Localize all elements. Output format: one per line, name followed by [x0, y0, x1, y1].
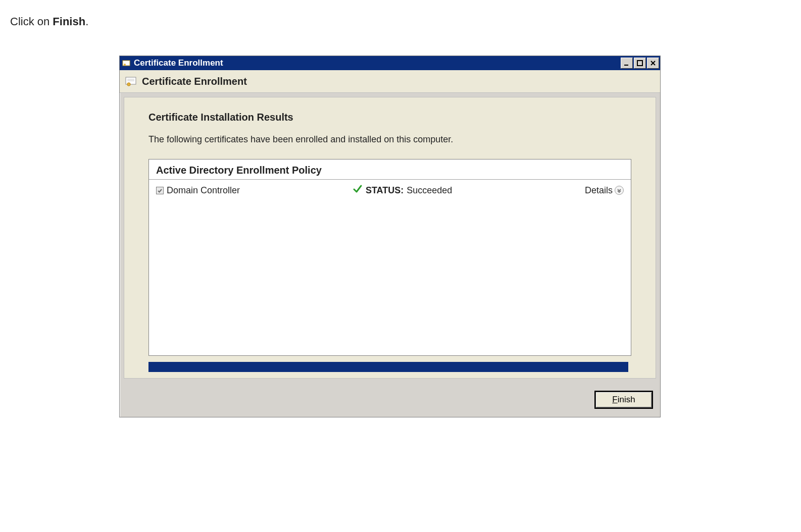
certificate-icon [122, 59, 131, 68]
svg-point-1 [124, 64, 126, 66]
instruction-text: Click on Finish. [10, 15, 88, 28]
template-name: Domain Controller [167, 185, 240, 196]
success-check-icon [353, 184, 363, 197]
svg-point-9 [127, 83, 130, 86]
status-cell: STATUS: Succeeded [353, 184, 521, 197]
certificate-template-cell: Domain Controller [156, 185, 353, 196]
chevron-down-icon [615, 186, 624, 195]
section-heading: Certificate Installation Results [148, 112, 631, 123]
maximize-button[interactable] [634, 58, 646, 69]
button-row: Finish [120, 383, 660, 417]
policy-title: Active Directory Enrollment Policy [149, 159, 631, 180]
details-label: Details [585, 185, 613, 196]
instruction-prefix: Click on [10, 15, 53, 28]
certificate-row: Domain Controller STATUS: Succeeded Deta… [149, 180, 631, 201]
window-titlebar[interactable]: Certificate Enrollment [120, 56, 660, 70]
finish-accel: F [612, 395, 617, 404]
wizard-header: Certificate Enrollment [120, 70, 660, 93]
wizard-title: Certificate Enrollment [142, 76, 247, 87]
details-cell[interactable]: Details [521, 185, 624, 196]
window-controls [620, 58, 660, 69]
certificate-wizard-icon [125, 75, 137, 87]
certificate-enrollment-window: Certificate Enrollment Certificate Enrol… [119, 56, 661, 417]
finish-button[interactable]: Finish [595, 392, 652, 408]
minimize-button[interactable] [621, 58, 633, 69]
window-title: Certificate Enrollment [134, 58, 620, 68]
enrollment-policy-box: Active Directory Enrollment Policy Domai… [148, 159, 631, 356]
section-description: The following certificates have been enr… [148, 134, 631, 145]
instruction-bold: Finish [53, 15, 85, 28]
template-checkbox[interactable] [156, 187, 164, 194]
status-label: STATUS: [366, 185, 404, 196]
close-button[interactable] [647, 58, 659, 69]
instruction-suffix: . [85, 15, 88, 28]
progress-bar [148, 362, 628, 372]
finish-rest: inish [618, 395, 635, 404]
svg-rect-2 [624, 65, 628, 66]
status-value: Succeeded [407, 185, 452, 196]
inner-panel: Certificate Installation Results The fol… [124, 97, 656, 379]
svg-rect-3 [637, 61, 642, 66]
